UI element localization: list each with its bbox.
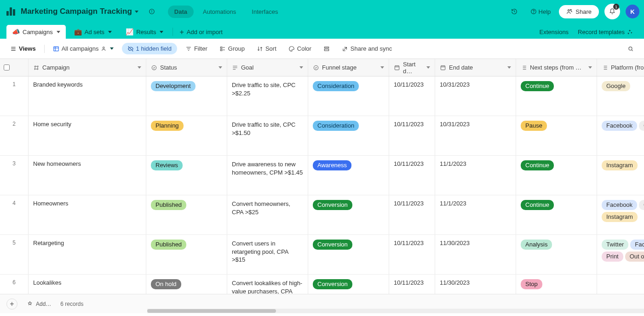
share-button[interactable]: Share <box>559 5 599 18</box>
nav-data[interactable]: Data <box>168 6 194 18</box>
cell-campaign[interactable]: Retargeting <box>29 235 146 274</box>
cell-goal[interactable]: Convert users in retargeting pool, CPA >… <box>227 235 308 274</box>
column-header-platform[interactable]: Platform (fro… <box>597 59 644 76</box>
table-tab[interactable]: 📣Campaigns <box>6 25 66 39</box>
help-link[interactable]: Help <box>528 8 554 15</box>
cell-end-date[interactable]: 10/31/2023 <box>435 116 516 155</box>
column-header-funnel[interactable]: Funnel stage <box>308 59 389 76</box>
chevron-down-icon <box>57 31 60 33</box>
svg-point-23 <box>629 47 632 50</box>
filter-button[interactable]: Filter <box>182 43 211 54</box>
cell-campaign[interactable]: New homeowners <box>29 156 146 195</box>
table-row[interactable]: 2 Home security Planning Drive traffic t… <box>0 116 644 156</box>
cell-funnel[interactable]: Conversion <box>308 235 389 274</box>
tag-pill: Google <box>602 81 630 91</box>
cell-platform[interactable]: FacebookGoInstagram <box>597 195 644 234</box>
cell-goal[interactable]: Convert homeowners, CPA >$25 <box>227 195 308 234</box>
tab-emoji-icon: 💼 <box>74 28 82 35</box>
people-icon <box>101 46 108 52</box>
column-header-goal[interactable]: Goal <box>227 59 308 76</box>
table-tab[interactable]: 📈Results <box>120 25 169 39</box>
cell-platform[interactable]: Instagram <box>597 156 644 195</box>
cell-platform[interactable]: TwitterFacelPrintOut of h <box>597 235 644 274</box>
table-row[interactable]: 1 Branded keywords Development Drive tra… <box>0 76 644 116</box>
share-and-sync-button[interactable]: Share and sync <box>338 43 396 54</box>
avatar[interactable]: K <box>626 5 639 18</box>
cell-campaign[interactable]: Branded keywords <box>29 76 146 116</box>
base-logo-icon <box>6 7 15 16</box>
cell-goal[interactable]: Drive traffic to site, CPC >$2.25 <box>227 76 308 116</box>
tag-pill: Facel <box>630 240 644 250</box>
cell-funnel[interactable]: Conversion <box>308 195 389 234</box>
cell-end-date[interactable]: 11/1/2023 <box>435 156 516 195</box>
svg-point-5 <box>568 10 570 12</box>
hidden-fields-button[interactable]: 1 hidden field <box>122 43 177 54</box>
cell-next-steps[interactable]: Continue <box>516 156 597 195</box>
row-height-button[interactable] <box>320 43 334 54</box>
cell-next-steps[interactable]: Continue <box>516 76 597 116</box>
cell-status[interactable]: Reviews <box>146 156 227 195</box>
sort-button[interactable]: Sort <box>253 43 280 54</box>
views-menu[interactable]: Views <box>6 43 40 54</box>
nav-interfaces[interactable]: Interfaces <box>245 6 284 18</box>
cell-start-date[interactable]: 10/11/2023 <box>389 116 435 155</box>
cell-end-date[interactable]: 10/31/2023 <box>435 76 516 116</box>
cell-platform[interactable]: Google <box>597 76 644 116</box>
nav-automations[interactable]: Automations <box>196 6 242 18</box>
notification-badge: 1 <box>613 4 619 10</box>
search-button[interactable] <box>624 43 638 54</box>
cell-start-date[interactable]: 10/11/2023 <box>389 235 435 274</box>
add-menu-button[interactable]: Add… <box>27 301 51 307</box>
table-row[interactable]: 3 New homeowners Reviews Drive awareness… <box>0 156 644 195</box>
svg-point-4 <box>533 13 534 13</box>
cell-next-steps[interactable]: Analysis <box>516 235 597 274</box>
svg-line-24 <box>632 50 633 51</box>
cell-end-date[interactable]: 11/30/2023 <box>435 235 516 274</box>
table-row[interactable]: 5 Retargeting Published Convert users in… <box>0 235 644 275</box>
top-nav: Data Automations Interfaces <box>168 6 285 18</box>
table-tab[interactable]: 💼Ad sets <box>69 25 117 39</box>
history-icon[interactable] <box>506 4 522 19</box>
column-header-status[interactable]: Status <box>146 59 227 76</box>
column-header-start-date[interactable]: Start d… <box>389 59 435 76</box>
table-row[interactable]: 4 Homeowners Published Convert homeowner… <box>0 195 644 235</box>
cell-funnel[interactable]: Awareness <box>308 156 389 195</box>
column-header-campaign[interactable]: Campaign <box>29 59 146 76</box>
cell-status[interactable]: Development <box>146 76 227 116</box>
cell-campaign[interactable]: Homeowners <box>29 195 146 234</box>
select-all-checkbox[interactable] <box>0 59 29 76</box>
tag-pill: Consideration <box>313 121 359 131</box>
view-picker[interactable]: All campaigns <box>49 43 117 54</box>
notifications-button[interactable]: 1 <box>604 4 620 19</box>
add-or-import-tab[interactable]: + Add or import <box>174 25 228 39</box>
column-header-next-steps[interactable]: Next steps (from … <box>516 59 597 76</box>
group-button[interactable]: Group <box>216 43 248 54</box>
extensions-link[interactable]: Extensions <box>535 25 574 39</box>
cell-goal[interactable]: Drive awareness to new homeowners, CPM >… <box>227 156 308 195</box>
tag-pill: Go <box>639 200 644 210</box>
cell-start-date[interactable]: 10/11/2023 <box>389 76 435 116</box>
cell-goal[interactable]: Drive traffic to site, CPC >$1.50 <box>227 116 308 155</box>
base-title-dropdown[interactable]: Marketing Campaign Tracking <box>21 7 138 16</box>
cell-platform[interactable]: FacebookGo <box>597 116 644 155</box>
cell-end-date[interactable]: 11/1/2023 <box>435 195 516 234</box>
cell-funnel[interactable]: Consideration <box>308 76 389 116</box>
svg-rect-17 <box>220 47 222 48</box>
horizontal-scrollbar[interactable] <box>147 309 644 313</box>
cell-start-date[interactable]: 10/11/2023 <box>389 156 435 195</box>
cell-status[interactable]: Planning <box>146 116 227 155</box>
color-button[interactable]: Color <box>285 43 315 54</box>
add-record-button[interactable]: + <box>6 298 17 310</box>
cell-campaign[interactable]: Home security <box>29 116 146 155</box>
cell-funnel[interactable]: Consideration <box>308 116 389 155</box>
column-header-end-date[interactable]: End date <box>435 59 516 76</box>
record-templates-link[interactable]: Record templates <box>573 25 638 39</box>
info-icon[interactable] <box>144 4 160 19</box>
cell-next-steps[interactable]: Pause <box>516 116 597 155</box>
row-number: 4 <box>0 195 29 234</box>
cell-status[interactable]: Published <box>146 235 227 274</box>
record-count: 6 records <box>60 301 83 307</box>
cell-next-steps[interactable]: Continue <box>516 195 597 234</box>
cell-status[interactable]: Published <box>146 195 227 234</box>
cell-start-date[interactable]: 10/11/2023 <box>389 195 435 234</box>
